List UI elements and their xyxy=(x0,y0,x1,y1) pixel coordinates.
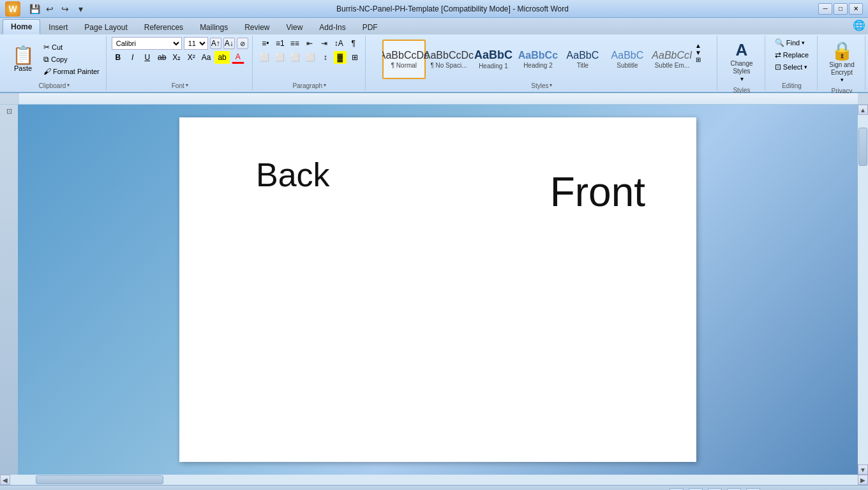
select-dropdown-icon: ▾ xyxy=(804,64,807,70)
subscript-button[interactable]: X₂ xyxy=(170,51,183,64)
font-color-button[interactable]: A xyxy=(232,51,244,64)
replace-label: Replace xyxy=(783,51,809,59)
undo-quick-btn[interactable]: ↩ xyxy=(43,3,56,15)
sign-encrypt-button[interactable]: 🔒 Sign andEncrypt ▾ xyxy=(823,37,861,86)
styles-up-btn[interactable]: ▲ xyxy=(695,42,701,49)
title-bar: W 💾 ↩ ↪ ▾ Burris-NC-Panel-PH-Template [C… xyxy=(0,0,868,18)
sort-button[interactable]: ↕A xyxy=(333,37,345,50)
replace-button[interactable]: ⇄ Replace xyxy=(772,49,811,61)
redo-quick-btn[interactable]: ↪ xyxy=(59,3,71,15)
font-group-bottom: Font ▾ xyxy=(112,81,248,89)
borders-button[interactable]: ⊞ xyxy=(348,51,361,64)
underline-button[interactable]: U xyxy=(141,51,154,64)
restore-btn[interactable]: □ xyxy=(834,3,848,15)
style-subtitle-btn[interactable]: AaBbC Subtitle xyxy=(606,40,649,79)
style-subtle-em-btn[interactable]: AaBbCcI Subtle Em... xyxy=(650,40,694,79)
document-page: Back Front xyxy=(179,117,696,462)
page-front-text: Front xyxy=(550,168,645,216)
copy-button[interactable]: ⧉ Copy xyxy=(41,54,102,65)
show-hide-button[interactable]: ¶ xyxy=(347,37,360,50)
strikethrough-button[interactable]: ab xyxy=(156,51,168,64)
tab-pdf[interactable]: PDF xyxy=(354,20,386,34)
full-screen-btn[interactable]: ⊞ xyxy=(689,488,703,491)
style-no-spacing-btn[interactable]: AaBbCcDc ¶ No Spaci... xyxy=(427,40,470,79)
styles-expand-icon[interactable]: ▾ xyxy=(550,82,552,88)
tab-home[interactable]: Home xyxy=(3,19,40,34)
multilevel-button[interactable]: ≡≡ xyxy=(288,37,301,50)
hscroll-left-btn[interactable]: ◀ xyxy=(0,475,10,485)
increase-indent-button[interactable]: ⇥ xyxy=(318,37,331,50)
save-quick-btn[interactable]: 💾 xyxy=(28,3,41,15)
help-icon[interactable]: 🌐 xyxy=(853,19,865,31)
tab-insert[interactable]: Insert xyxy=(40,20,76,34)
tab-mailings[interactable]: Mailings xyxy=(191,20,236,34)
align-left-button[interactable]: ⬜ xyxy=(258,51,271,64)
hscroll-right-btn[interactable]: ▶ xyxy=(858,475,868,485)
style-heading2-btn[interactable]: AaBbCc Heading 2 xyxy=(516,40,560,79)
font-name-select[interactable]: Calibri xyxy=(112,37,182,50)
justify-button[interactable]: ⬜ xyxy=(304,51,317,64)
tab-add-ins[interactable]: Add-Ins xyxy=(311,20,354,34)
styles-more-btn[interactable]: ⊞ xyxy=(696,56,701,63)
quickaccess-dropdown-btn[interactable]: ▾ xyxy=(74,3,87,15)
scroll-down-btn[interactable]: ▼ xyxy=(858,464,868,475)
style-heading1-btn[interactable]: AaBbC Heading 1 xyxy=(472,40,515,79)
outline-view-btn[interactable]: ≡ xyxy=(727,488,741,491)
scroll-thumb[interactable] xyxy=(858,128,867,166)
align-center-button[interactable]: ⬜ xyxy=(273,51,287,64)
shading-button[interactable]: ▓ xyxy=(334,51,347,64)
clipboard-expand-icon[interactable]: ▾ xyxy=(67,82,70,88)
numbering-button[interactable]: ≡1 xyxy=(274,37,287,50)
scroll-up-btn[interactable]: ▲ xyxy=(858,105,868,115)
vertical-scrollbar: ▲ ▼ xyxy=(858,105,868,475)
ruler-left-margin xyxy=(0,93,19,104)
clear-formatting-btn[interactable]: ⊘ xyxy=(237,38,248,49)
web-layout-btn[interactable]: 🌐 xyxy=(708,488,722,491)
cut-button[interactable]: ✂ Cut xyxy=(41,41,102,53)
text-highlight-button[interactable]: ab xyxy=(214,51,229,64)
style-title-label: Title xyxy=(577,62,589,69)
bullets-button[interactable]: ≡• xyxy=(259,37,272,50)
italic-button[interactable]: I xyxy=(126,51,139,64)
tab-view[interactable]: View xyxy=(278,20,311,34)
scroll-track[interactable] xyxy=(858,115,868,464)
font-group: Calibri 11 A↑ A↓ ⊘ B I U ab X₂ X² Aa xyxy=(108,36,253,91)
close-btn[interactable]: ✕ xyxy=(849,3,863,15)
hscroll-thumb[interactable] xyxy=(36,475,163,484)
ruler-main xyxy=(19,93,858,104)
styles-down-btn[interactable]: ▼ xyxy=(695,49,701,56)
sign-encrypt-dropdown-icon: ▾ xyxy=(841,77,844,83)
styles-scroll-buttons: ▲ ▼ ⊞ xyxy=(695,42,701,76)
select-label: Select xyxy=(783,63,803,71)
change-styles-button[interactable]: A ChangeStyles ▾ xyxy=(722,37,761,85)
draft-view-btn[interactable]: 📄 xyxy=(746,488,760,491)
font-decrease-btn[interactable]: A↓ xyxy=(223,38,235,49)
paragraph-expand-icon[interactable]: ▾ xyxy=(324,82,326,88)
tab-review[interactable]: Review xyxy=(236,20,278,34)
selection-mode-icon[interactable]: ⊡ xyxy=(6,107,12,115)
paste-button[interactable]: 📋 Paste xyxy=(6,37,40,81)
editing-group-content: 🔍 Find ▾ ⇄ Replace ⊡ Select ▾ xyxy=(772,37,811,81)
hscroll-track[interactable] xyxy=(10,475,858,485)
superscript-button[interactable]: X² xyxy=(185,51,198,64)
style-no-spacing-preview: AaBbCcDc xyxy=(424,49,474,61)
font-expand-icon[interactable]: ▾ xyxy=(186,82,188,88)
select-button[interactable]: ⊡ Select ▾ xyxy=(772,61,811,73)
decrease-indent-button[interactable]: ⇤ xyxy=(303,37,316,50)
align-right-button[interactable]: ⬜ xyxy=(288,51,302,64)
minimize-btn[interactable]: ─ xyxy=(818,3,832,15)
style-title-btn[interactable]: AaBbC Title xyxy=(561,40,604,79)
find-button[interactable]: 🔍 Find ▾ xyxy=(772,37,811,48)
font-increase-btn[interactable]: A↑ xyxy=(210,38,221,49)
print-layout-btn[interactable]: ⬜ xyxy=(670,488,684,491)
tab-page-layout[interactable]: Page Layout xyxy=(76,20,135,34)
bold-button[interactable]: B xyxy=(112,51,124,64)
line-spacing-button[interactable]: ↕ xyxy=(319,51,332,64)
tab-references[interactable]: References xyxy=(136,20,191,34)
style-normal-preview: AaBbCcDc xyxy=(382,49,429,61)
change-case-button[interactable]: Aa xyxy=(200,51,213,64)
document-scroll-area[interactable]: Back Front xyxy=(18,105,858,475)
font-size-select[interactable]: 11 xyxy=(184,37,208,50)
style-normal-btn[interactable]: AaBbCcDc ¶ Normal xyxy=(382,40,426,79)
format-painter-button[interactable]: 🖌 Format Painter xyxy=(41,66,102,77)
